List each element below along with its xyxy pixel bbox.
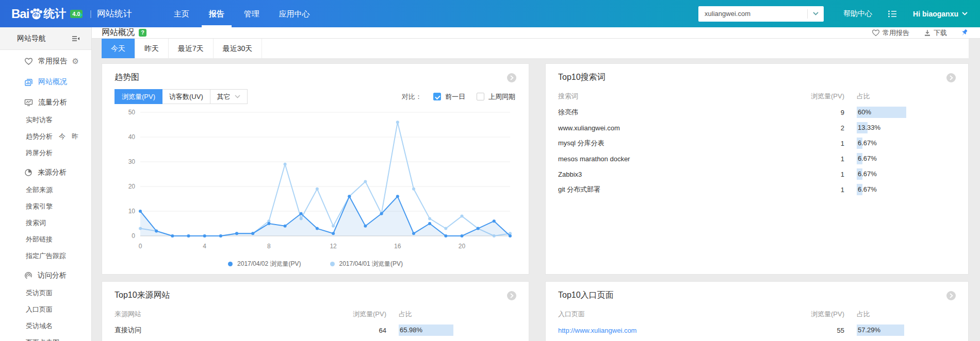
pin-icon[interactable] xyxy=(959,28,969,38)
sidebar-item-流量分析[interactable]: 流量分析 xyxy=(0,93,91,112)
checkbox[interactable] xyxy=(433,93,441,100)
sidebar-item-趋势分析[interactable]: 趋势分析今昨 xyxy=(0,128,91,145)
sidebar-item-实时访客[interactable]: 实时访客 xyxy=(0,112,91,128)
compare-label: 对比： xyxy=(402,92,422,101)
row-name[interactable]: http://www.xuliangwei.com xyxy=(558,327,798,334)
row-share: 6.67% xyxy=(857,151,944,166)
download-button[interactable]: 下载 xyxy=(924,28,947,38)
quick-link-今[interactable]: 今 xyxy=(59,132,66,141)
nav-item-报告[interactable]: 报告 xyxy=(199,0,234,27)
page-title: 网站概况 xyxy=(102,27,135,38)
sidebar-item-页面点击图[interactable]: 页面点击图 xyxy=(0,334,91,341)
chevron-down-icon[interactable] xyxy=(807,9,824,19)
card-expand-button[interactable] xyxy=(507,291,516,300)
nav-item-管理[interactable]: 管理 xyxy=(234,0,269,27)
row-name: mesos marathon docker xyxy=(558,155,798,163)
sidebar-item-受访域名[interactable]: 受访域名 xyxy=(0,318,91,334)
top-source-table: 来源网站 浏览量(PV) 占比 直接访问 64 65.98% xyxy=(115,306,486,338)
legend-item[interactable]: 2017/04/02 浏览量(PV) xyxy=(228,260,301,268)
user-greeting: Hi biaoganxu xyxy=(913,10,958,18)
legend-item[interactable]: 2017/04/01 浏览量(PV) xyxy=(330,260,403,268)
nav-item-应用中心[interactable]: 应用中心 xyxy=(269,0,320,27)
metric-button-访客数(UV)[interactable]: 访客数(UV) xyxy=(162,89,210,104)
tab-昨天[interactable]: 昨天 xyxy=(135,39,169,58)
compare-controls: 对比：前一日上周同期 xyxy=(402,92,516,101)
pie-icon xyxy=(24,168,32,177)
sidebar-header: 网站导航 xyxy=(0,27,91,50)
version-badge: 4.0 xyxy=(70,10,82,18)
tab-最近30天[interactable]: 最近30天 xyxy=(214,39,263,58)
site-selector[interactable]: xuliangwei.com xyxy=(698,6,824,22)
metric-button-浏览量(PV)[interactable]: 浏览量(PV) xyxy=(115,89,162,104)
sidebar-item-外部链接[interactable]: 外部链接 xyxy=(0,231,91,248)
checkbox[interactable] xyxy=(477,93,484,100)
collapse-sidebar-icon[interactable] xyxy=(71,35,80,43)
sidebar-item-受访页面[interactable]: 受访页面 xyxy=(0,285,91,301)
table-row: mesos marathon docker 1 6.67% xyxy=(558,151,944,166)
sidebar-item-搜索引擎[interactable]: 搜索引擎 xyxy=(0,198,91,215)
sidebar-item-指定广告跟踪[interactable]: 指定广告跟踪 xyxy=(0,248,91,264)
logo-text-tongji: 统计 xyxy=(43,6,66,22)
row-pv: 55 xyxy=(798,327,844,334)
svg-text:10: 10 xyxy=(128,208,136,215)
table-header-row: 入口页面 浏览量(PV) 占比 xyxy=(558,306,944,322)
card-expand-button[interactable] xyxy=(507,73,516,82)
chart-legend: 2017/04/02 浏览量(PV)2017/04/01 浏览量(PV) xyxy=(115,260,516,268)
row-share: 13.33% xyxy=(857,120,944,135)
table-row: 直接访问 64 65.98% xyxy=(115,322,486,338)
top-entry-pages-card: Top10入口页面 入口页面 浏览量(PV) 占比 http://www.xul… xyxy=(545,281,969,341)
row-name: www.xuliangwei.com xyxy=(558,124,798,132)
row-name: mysql 分库分表 xyxy=(558,139,798,148)
report-list-icon[interactable] xyxy=(888,10,897,18)
card-expand-button[interactable] xyxy=(946,73,956,82)
table-header-row: 来源网站 浏览量(PV) 占比 xyxy=(115,306,486,322)
sidebar-item-网站概况[interactable]: 网站概况 xyxy=(0,73,91,91)
tab-今天[interactable]: 今天 xyxy=(102,39,135,58)
help-center-link[interactable]: 帮助中心 xyxy=(843,9,872,19)
sidebar-item-跨屏分析[interactable]: 跨屏分析 xyxy=(0,145,91,161)
trend-chart-card: 趋势图 浏览量(PV)访客数(UV)其它 对比：前一日上周同期 01020304… xyxy=(102,63,529,275)
row-share: 6.67% xyxy=(857,135,944,151)
date-range-tabs: 今天昨天最近7天最近30天 xyxy=(102,39,969,58)
sidebar-item-来源分析[interactable]: 来源分析 xyxy=(0,163,91,182)
other-metric-select[interactable]: 其它 xyxy=(210,89,248,104)
baidu-tongji-logo[interactable]: Bai du 统计 4.0 | 网站统计 xyxy=(11,6,132,22)
header-right: xuliangwei.com 帮助中心 Hi biaoganxu xyxy=(698,6,968,22)
breadcrumb: 网站概况 ? 常用报告 下载 xyxy=(92,27,980,39)
sidebar-item-搜索词[interactable]: 搜索词 xyxy=(0,215,91,231)
row-name: Zabbix3 xyxy=(558,170,798,178)
sidebar-item-访问分析[interactable]: 访问分析 xyxy=(0,266,91,285)
card-expand-button[interactable] xyxy=(946,291,956,300)
sidebar-item-全部来源[interactable]: 全部来源 xyxy=(0,182,91,198)
quick-link-昨[interactable]: 昨 xyxy=(72,132,78,141)
nav-item-主页[interactable]: 主页 xyxy=(164,0,199,27)
baidu-paw-icon: du xyxy=(29,8,43,20)
sidebar-item-入口页面[interactable]: 入口页面 xyxy=(0,301,91,318)
baidu-tongji-app: Bai du 统计 4.0 | 网站统计 主页报告管理应用中心 xuliangw… xyxy=(0,0,980,341)
user-menu[interactable]: Hi biaoganxu xyxy=(913,10,968,18)
sidebar: 网站导航 常用报告⚙网站概况流量分析实时访客趋势分析今昨跨屏分析来源分析全部来源… xyxy=(0,27,92,341)
row-pv: 64 xyxy=(340,327,386,334)
chevron-down-icon xyxy=(235,95,240,98)
row-pv: 1 xyxy=(798,155,844,163)
favorite-report-button[interactable]: 常用报告 xyxy=(872,28,909,38)
monitor-icon xyxy=(24,98,33,107)
table-header-row: 搜索词 浏览量(PV) 占比 xyxy=(558,88,944,105)
sidebar-item-常用报告[interactable]: 常用报告⚙ xyxy=(0,52,91,71)
row-name: 徐亮伟 xyxy=(558,108,798,117)
site-selector-value: xuliangwei.com xyxy=(698,10,807,18)
row-share: 65.98% xyxy=(399,322,486,338)
tab-最近7天[interactable]: 最近7天 xyxy=(169,39,214,58)
metric-switcher: 浏览量(PV)访客数(UV)其它 xyxy=(115,89,248,104)
svg-text:20: 20 xyxy=(128,183,136,190)
sidebar-title: 网站导航 xyxy=(17,34,46,43)
gear-icon[interactable]: ⚙ xyxy=(72,57,79,66)
legend-dot-icon xyxy=(330,262,335,266)
heart-icon xyxy=(24,57,33,65)
compare-option-上周同期[interactable]: 上周同期 xyxy=(477,92,515,101)
logo-text-bai: Bai xyxy=(11,7,29,21)
compare-option-前一日[interactable]: 前一日 xyxy=(433,92,465,101)
row-pv: 9 xyxy=(798,109,844,116)
help-question-icon[interactable]: ? xyxy=(139,29,146,37)
svg-text:40: 40 xyxy=(128,133,136,141)
